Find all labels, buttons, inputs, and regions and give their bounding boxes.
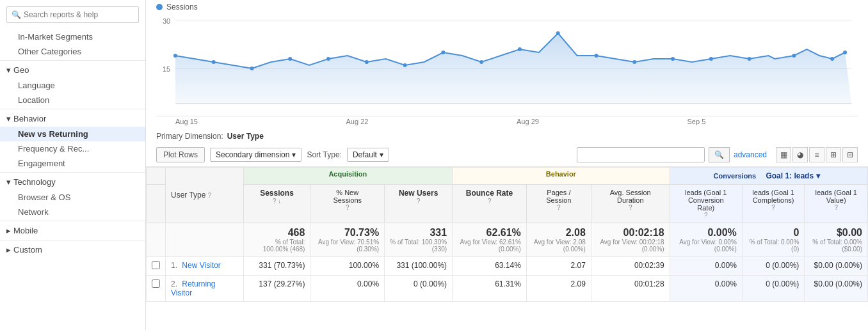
advanced-link[interactable]: advanced: [734, 150, 767, 159]
pages-session-header[interactable]: Pages / Session ?: [526, 185, 591, 223]
row1-pages: 2.07: [526, 257, 591, 276]
search-box: 🔍: [6, 6, 139, 23]
svg-marker-5: [175, 33, 851, 104]
svg-point-23: [830, 57, 834, 61]
leads-val-help[interactable]: ?: [834, 204, 838, 211]
leads-conv-help[interactable]: ?: [704, 212, 708, 219]
chart-container: 30 15: [156, 14, 858, 116]
row2-leads-conv: 0.00%: [670, 276, 742, 302]
leads-comp-help[interactable]: ?: [771, 204, 775, 211]
acquisition-group-header: Acquisition: [243, 168, 453, 185]
user-type-header[interactable]: User Type ?: [166, 168, 244, 223]
avg-session-help[interactable]: ?: [629, 204, 632, 211]
sidebar-item-other-categories[interactable]: Other Categories: [0, 44, 145, 59]
table-search-input[interactable]: [577, 147, 705, 162]
svg-point-20: [709, 57, 713, 61]
totals-pages: 2.08 Avg for View: 2.08 (0.00%): [526, 223, 591, 257]
pages-help[interactable]: ?: [557, 204, 561, 211]
data-table-wrapper: User Type ? Acquisition Behavior Convers…: [146, 167, 868, 302]
goal-dropdown[interactable]: Goal 1: leads ▾: [762, 170, 824, 182]
arrow-down-icon: ▾: [6, 65, 11, 75]
x-label-aug22: Aug 22: [346, 118, 517, 125]
row2-returning-visitor-link[interactable]: Returning Visitor: [171, 279, 215, 297]
totals-row: 468 % of Total: 100.00% (468) 70.73% Avg…: [147, 223, 868, 257]
svg-point-6: [173, 54, 177, 58]
svg-point-18: [632, 60, 636, 64]
row2-sessions: 137 (29.27%): [243, 276, 310, 302]
row1-new-users: 331 (100.00%): [385, 257, 453, 276]
sidebar-item-network[interactable]: Network: [0, 205, 145, 219]
x-label-sep5: Sep 5: [687, 118, 858, 125]
sidebar-item-engagement[interactable]: Engagement: [0, 156, 145, 171]
sidebar-item-in-market-segments[interactable]: In-Market Segments: [0, 29, 145, 44]
sidebar-item-language[interactable]: Language: [0, 78, 145, 93]
bounce-rate-header[interactable]: Bounce Rate ?: [453, 185, 527, 223]
table-row: 1. New Visitor 331 (70.73%) 100.00% 331 …: [147, 257, 868, 276]
new-users-help[interactable]: ?: [417, 198, 421, 205]
sidebar-item-location[interactable]: Location: [0, 93, 145, 107]
pie-view-icon[interactable]: ◕: [792, 147, 808, 162]
totals-pct-new: 70.73% Avg for View: 70.51% (0.30%): [310, 223, 385, 257]
row1-sessions: 331 (70.73%): [243, 257, 310, 276]
arrow-right-icon-2: ▸: [6, 245, 11, 255]
sort-type-dropdown[interactable]: Default ▾: [347, 148, 389, 162]
user-type-help-icon[interactable]: ?: [208, 192, 212, 199]
session-label: Session: [532, 196, 586, 204]
leads-val-header[interactable]: leads (Goal 1 Value) ?: [805, 185, 868, 223]
row2-leads-val: $0.00 (0.00%): [805, 276, 868, 302]
legend-dot-sessions: [156, 4, 163, 10]
pct-new-help[interactable]: ?: [346, 204, 350, 211]
row1-user-type: 1. New Visitor: [166, 257, 244, 276]
svg-point-9: [288, 57, 292, 61]
totals-check: [147, 223, 166, 257]
leads-conv-header[interactable]: leads (Goal 1 Conversion Rate) ?: [670, 185, 742, 223]
custom-view-icon[interactable]: ⊟: [842, 147, 858, 162]
row1-num: 1.: [171, 261, 177, 270]
sessions-header[interactable]: Sessions ? ↓: [243, 185, 310, 223]
sidebar-category-behavior[interactable]: ▾ Behavior: [0, 111, 145, 127]
search-input[interactable]: [6, 6, 139, 23]
sidebar-item-frequency-rec[interactable]: Frequency & Rec...: [0, 141, 145, 156]
chart-legend: Sessions: [156, 3, 858, 12]
row1-new-visitor-link[interactable]: New Visitor: [182, 261, 220, 270]
row1-checkbox[interactable]: [152, 261, 160, 269]
secondary-dimension-dropdown[interactable]: Secondary dimension ▾: [210, 148, 301, 162]
sidebar-item-new-vs-returning[interactable]: New vs Returning: [0, 127, 145, 141]
sidebar-item-browser-os[interactable]: Browser & OS: [0, 190, 145, 205]
row2-check[interactable]: [147, 276, 166, 302]
svg-point-19: [671, 57, 675, 61]
conversions-group-header: Conversions Goal 1: leads ▾: [670, 168, 867, 185]
primary-dim-value: User Type: [227, 132, 264, 141]
arrow-down-icon-3: ▾: [6, 177, 11, 187]
plot-rows-button[interactable]: Plot Rows: [156, 147, 205, 162]
sessions-help[interactable]: ?: [273, 198, 277, 205]
leads-val-label1: leads (Goal 1: [810, 189, 862, 196]
svg-text:15: 15: [163, 65, 170, 73]
new-users-header[interactable]: New Users ?: [385, 185, 453, 223]
toolbar: Plot Rows Secondary dimension ▾ Sort Typ…: [146, 143, 868, 167]
sidebar-category-technology[interactable]: ▾ Technology: [0, 174, 145, 190]
row1-check[interactable]: [147, 257, 166, 276]
sidebar-category-mobile[interactable]: ▸ Mobile: [0, 223, 145, 239]
chart-x-labels: Aug 15 Aug 22 Aug 29 Sep 5: [156, 116, 858, 127]
pct-new-sessions-header[interactable]: % New Sessions ?: [310, 185, 385, 223]
bounce-help[interactable]: ?: [488, 198, 492, 205]
row1-avg-session: 00:02:39: [591, 257, 670, 276]
sessions-sort[interactable]: ↓: [278, 198, 281, 205]
list-view-icon[interactable]: ≡: [809, 147, 824, 162]
grid-view-icon[interactable]: ▦: [776, 147, 791, 162]
table-search-button[interactable]: 🔍: [709, 147, 730, 162]
leads-comp-header[interactable]: leads (Goal 1 Completions) ?: [742, 185, 805, 223]
totals-label: [166, 223, 244, 257]
pivot-view-icon[interactable]: ⊞: [826, 147, 841, 162]
leads-conv-label1: leads (Goal 1: [675, 189, 737, 196]
sidebar-category-geo[interactable]: ▾ Geo: [0, 62, 145, 78]
leads-val-label2: Value): [810, 196, 862, 204]
arrow-down-icon-2: ▾: [6, 114, 11, 123]
svg-point-7: [212, 60, 216, 64]
row2-checkbox[interactable]: [152, 279, 160, 288]
avg-session-header[interactable]: Avg. Session Duration ?: [591, 185, 670, 223]
sidebar-category-custom[interactable]: ▸ Custom: [0, 242, 145, 258]
search-icon: 🔍: [12, 10, 21, 19]
leads-comp-label1: leads (Goal 1: [748, 189, 800, 196]
